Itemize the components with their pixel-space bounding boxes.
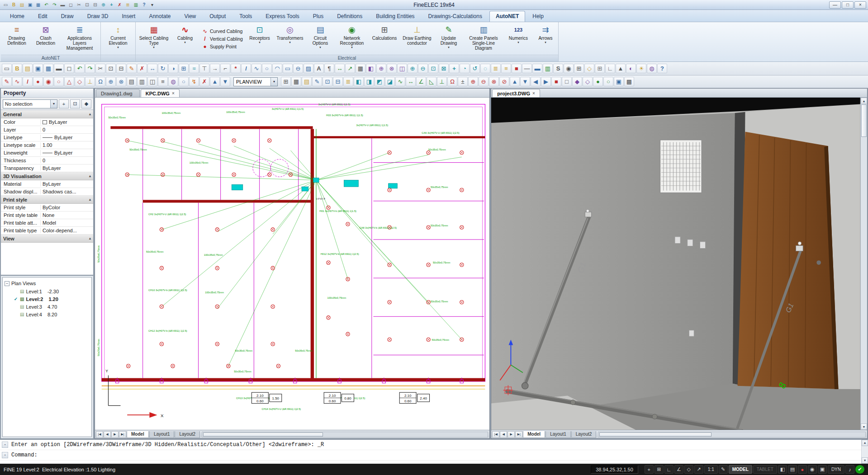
menu-tab-view[interactable]: View (178, 11, 202, 22)
property-row[interactable]: Thickness 0 (1, 157, 93, 165)
supply-point-button[interactable]: ● Supply Point (202, 43, 243, 50)
angle-icon[interactable]: ∠ (416, 77, 426, 86)
chevron-down-icon[interactable]: ▾ (50, 100, 57, 108)
copy-icon[interactable]: ⊡ (106, 64, 116, 73)
zoom-out-icon[interactable]: ⊖ (418, 64, 428, 73)
command-prompt[interactable]: Command: (11, 452, 38, 458)
render-icon[interactable]: ◐ (626, 64, 636, 73)
half-left-icon[interactable]: ◧ (354, 77, 364, 86)
sound-icon[interactable]: ♪ (845, 465, 854, 474)
dot-icon[interactable]: ● (593, 77, 603, 86)
ohm-icon[interactable]: Ω (447, 77, 457, 86)
horizontal-scrollbar[interactable] (202, 432, 488, 437)
materials-icon[interactable]: ◍ (647, 64, 657, 73)
selection-dropdown[interactable]: No selection ▾ (3, 99, 57, 108)
insert-block-icon[interactable]: ⊕ (376, 64, 386, 73)
property-row[interactable]: Print style table None (1, 212, 93, 219)
image-icon[interactable]: ◫ (397, 64, 407, 73)
sketch-icon[interactable]: ∿ (12, 77, 22, 86)
undo-icon[interactable]: ↶ (75, 64, 85, 73)
xref-icon[interactable]: ⊗ (387, 64, 397, 73)
calculations-button[interactable]: ⊞ Calculations (369, 23, 400, 55)
applications-layers-management-button[interactable]: ≣ Applications Layers Management (60, 23, 99, 55)
hatch2-icon[interactable]: ▩ (624, 77, 634, 86)
close-button[interactable]: × (854, 1, 866, 9)
scroll-up-icon[interactable]: ▲ (862, 440, 868, 446)
menu-tab-draw[interactable]: Draw (55, 11, 80, 22)
qat-new-icon[interactable]: ▭ (2, 1, 9, 9)
collapse-icon[interactable]: ▴ (89, 198, 91, 202)
menu-tab-output[interactable]: Output (203, 11, 232, 22)
save-icon[interactable]: ▣ (33, 64, 43, 73)
hatch-icon[interactable]: ▨ (304, 64, 313, 73)
ring-icon[interactable]: ○ (603, 77, 613, 86)
color-control-icon[interactable]: ■ (512, 64, 522, 73)
drawing-tab-drawing1[interactable]: Drawing1.dwg (96, 89, 140, 97)
ready-icon[interactable]: ✔ (855, 465, 864, 474)
diamond3-icon[interactable]: ◇ (583, 77, 593, 86)
qat-print-icon[interactable]: ▬ (59, 1, 66, 9)
property-section-print-style[interactable]: Print style ▴ (1, 196, 93, 204)
polar-toggle[interactable]: ∠ (674, 465, 683, 474)
point-icon[interactable]: ● (33, 77, 43, 86)
lock-icon[interactable]: ▣ (818, 465, 827, 474)
zoom-extents-icon[interactable]: ⊠ (439, 64, 449, 73)
table-icon[interactable]: ▦ (356, 64, 365, 73)
property-row[interactable]: Linetype scale 1.00 (1, 141, 93, 149)
sun-icon[interactable]: ☀ (636, 64, 646, 73)
qat-cut-icon[interactable]: ✂ (75, 1, 83, 9)
menu-tab-annotate[interactable]: Annotate (142, 11, 177, 22)
views-icon[interactable]: ▲ (616, 64, 626, 73)
circle2-icon[interactable]: ○ (179, 77, 189, 86)
close-icon[interactable]: × (532, 91, 535, 96)
fill-icon[interactable]: ■ (551, 77, 561, 86)
pickadd-toggle-button[interactable]: ◆ (81, 99, 91, 108)
zoom-window-icon[interactable]: ⊡ (428, 64, 438, 73)
etrack-toggle[interactable]: ↗ (694, 465, 703, 474)
polyline-icon[interactable]: ∿ (251, 64, 261, 73)
menu-tab-edit[interactable]: Edit (32, 11, 54, 22)
ucs-icon[interactable]: ∟ (605, 64, 615, 73)
redline-icon[interactable]: ✎ (2, 77, 12, 86)
collapse-icon[interactable]: ▴ (89, 112, 91, 116)
qat-open-icon[interactable]: ▤ (18, 1, 26, 9)
update-drawing-button[interactable]: ✎ Update Drawing ▾ (434, 23, 463, 55)
menu-tab-help[interactable]: Help (526, 11, 550, 22)
circle-red-icon[interactable]: ○ (54, 77, 64, 86)
menu-tab-home[interactable]: Home (4, 11, 31, 22)
quickview-icon[interactable]: ◧ (778, 465, 787, 474)
remove-icon[interactable]: ⊖ (479, 77, 489, 86)
earth-icon[interactable]: ⊥ (85, 77, 95, 86)
node-icon[interactable]: ◉ (43, 77, 53, 86)
leader-icon[interactable]: ↗ (345, 64, 355, 73)
view-selector-dropdown[interactable]: PLANVIEW ▾ (233, 77, 278, 86)
plan-views-root[interactable]: − Plan Views (4, 279, 90, 287)
tablet-toggle[interactable]: TABLET (753, 465, 777, 474)
layout-nav-button[interactable]: ▶| (515, 431, 522, 438)
print-preview-icon[interactable]: ◻ (64, 64, 74, 73)
diamond-icon[interactable]: ◇ (75, 77, 85, 86)
layout1-tab[interactable]: Layout1 (149, 431, 175, 438)
find-icon[interactable]: ◉ (564, 64, 574, 73)
osnap-icon[interactable]: ◇ (584, 64, 594, 73)
menu-tab-draw3d[interactable]: Draw 3D (81, 11, 115, 22)
panel2-icon[interactable]: ▥ (137, 77, 147, 86)
sheets-icon[interactable]: ▤ (788, 465, 797, 474)
corner2-icon[interactable]: ◪ (385, 77, 395, 86)
close-icon[interactable]: × (172, 91, 175, 96)
bld-open-icon[interactable]: B (12, 64, 22, 73)
chevron-down-icon[interactable]: ▾ (270, 78, 277, 86)
divide-icon[interactable]: ⊘ (499, 77, 509, 86)
layout-nav-button[interactable]: ▶ (111, 431, 119, 438)
left-icon[interactable]: ◀ (531, 77, 541, 86)
ground-icon[interactable]: ⊥ (437, 77, 447, 86)
grid2-icon[interactable]: ⊞ (281, 77, 291, 86)
menu-tab-insert[interactable]: Insert (115, 11, 142, 22)
layer-states-icon[interactable]: ≡ (501, 64, 511, 73)
layers-icon[interactable]: ≣ (491, 64, 501, 73)
open-icon[interactable]: ▤ (23, 64, 33, 73)
up2-icon[interactable]: ▲ (510, 77, 520, 86)
panel-icon[interactable]: ▤ (127, 77, 137, 86)
folder-icon[interactable]: ▤ (302, 77, 312, 86)
model-toggle[interactable]: MODEL (729, 465, 752, 474)
